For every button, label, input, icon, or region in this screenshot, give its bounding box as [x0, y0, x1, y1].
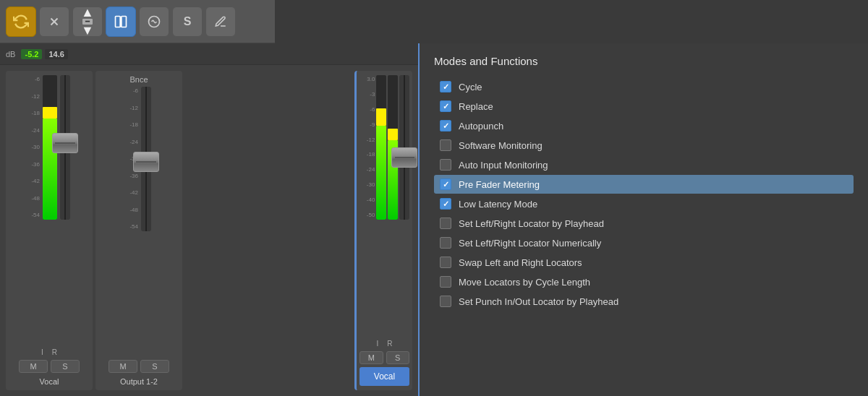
big-fader[interactable]: [399, 75, 409, 220]
solo-btn[interactable]: S: [172, 7, 203, 37]
vocal-m-btn[interactable]: M: [19, 360, 48, 373]
big-meter-left: [376, 75, 386, 220]
checkbox-software-monitoring[interactable]: [440, 139, 451, 151]
big-m-btn[interactable]: M: [359, 351, 383, 364]
cycle-btn[interactable]: [6, 7, 36, 37]
channel-vocal: -6 -12 -18 -24 -30 -36 -42 -48 -54: [6, 71, 93, 390]
output-s-btn[interactable]: S: [140, 360, 169, 373]
db-value-negative: -5.2: [21, 49, 42, 59]
big-meter-fader-area: 3.0 -3 -6 -9 -12 -18 -24 -30 -40 -50: [359, 75, 409, 333]
modes-list: CycleReplaceAutopunchSoftware Monitoring…: [434, 77, 854, 311]
output-fader-thumb[interactable]: [133, 152, 159, 172]
label-replace: Replace: [459, 101, 493, 112]
menu-item-swap-locators[interactable]: Swap Left and Right Locators: [434, 253, 854, 272]
menu-item-pre-fader-metering[interactable]: Pre Fader Metering: [434, 175, 854, 194]
checkbox-set-punch-playhead[interactable]: [440, 296, 451, 307]
checkbox-low-latency-mode[interactable]: [440, 198, 451, 210]
big-meter-scale: 3.0 -3 -6 -9 -12 -18 -24 -30 -40 -50: [359, 75, 375, 220]
checkbox-set-left-right-playhead[interactable]: [440, 218, 451, 229]
mixer-spacer: [185, 71, 352, 390]
db-header: dB -5.2 14.6: [0, 43, 418, 65]
big-s-btn[interactable]: S: [386, 351, 410, 364]
label-cycle: Cycle: [459, 82, 482, 92]
checkbox-move-locators-cycle[interactable]: [440, 276, 451, 288]
menu-item-set-punch-playhead[interactable]: Set Punch In/Out Locator by Playhead: [434, 292, 854, 311]
vocal-ir-row: I R: [9, 348, 90, 357]
label-autopunch: Autopunch: [459, 121, 503, 132]
checkbox-pre-fader-metering[interactable]: [440, 178, 451, 190]
label-move-locators-cycle: Move Locators by Cycle Length: [459, 277, 590, 288]
vocal-fader[interactable]: [60, 75, 70, 220]
checkbox-auto-input-monitoring[interactable]: [440, 159, 451, 171]
channels-container: -6 -12 -18 -24 -30 -36 -42 -48 -54: [0, 65, 418, 396]
output-channel-name: Output 1-2: [98, 376, 179, 386]
modes-panel: Modes and Functions CycleReplaceAutopunc…: [420, 43, 868, 396]
big-channel-controls: I R M S Vocal: [359, 339, 409, 386]
toolbar: ▲ ━ ▼ S: [0, 0, 275, 43]
db-value-positive: 14.6: [45, 49, 67, 59]
menu-item-auto-input-monitoring[interactable]: Auto Input Monitoring: [434, 155, 854, 174]
vocal-i-btn[interactable]: I: [38, 348, 46, 357]
output-fader[interactable]: [141, 87, 151, 231]
vocal-controls: I R M S Vocal: [9, 348, 90, 386]
big-meter-channel: 3.0 -3 -6 -9 -12 -18 -24 -30 -40 -50: [354, 71, 412, 390]
edit-btn[interactable]: [106, 7, 136, 37]
output-fader-area: -6 -12 -18 -24 -30 -36 -42 -48 -54: [98, 87, 179, 354]
output-m-btn[interactable]: M: [109, 360, 137, 373]
label-set-punch-playhead: Set Punch In/Out Locator by Playhead: [459, 296, 618, 307]
vocal-scale: -6 -12 -18 -24 -30 -36 -42 -48 -54: [28, 75, 40, 220]
close-btn[interactable]: [39, 7, 69, 37]
vocal-fader-area: -6 -12 -18 -24 -30 -36 -42 -48 -54: [9, 75, 90, 342]
checkbox-set-left-right-numerically[interactable]: [440, 237, 451, 249]
big-ms-row: M S: [359, 351, 409, 364]
move-btn[interactable]: ▲ ━ ▼: [72, 7, 103, 37]
menu-item-set-left-right-numerically[interactable]: Set Left/Right Locator Numerically: [434, 233, 854, 252]
checkbox-replace[interactable]: [440, 100, 451, 112]
output-ms-row: M S: [98, 360, 179, 373]
vocal-fader-thumb[interactable]: [52, 133, 78, 153]
big-ir-row: I R: [359, 339, 409, 348]
vocal-s-btn[interactable]: S: [51, 360, 80, 373]
big-r-btn[interactable]: R: [384, 339, 395, 348]
big-fader-thumb[interactable]: [391, 147, 417, 168]
pencil-btn[interactable]: [205, 7, 236, 37]
svg-rect-3: [122, 16, 127, 27]
big-channel-name: Vocal: [359, 367, 409, 386]
output-controls: M S Output 1-2: [98, 360, 179, 386]
mixer-panel: dB -5.2 14.6 -6 -12 -18 -24 -30 -36 -42: [0, 43, 420, 396]
output-top-label: Bnce: [129, 75, 148, 84]
menu-item-low-latency-mode[interactable]: Low Latency Mode: [434, 194, 854, 213]
label-swap-locators: Swap Left and Right Locators: [459, 257, 582, 268]
label-set-left-right-playhead: Set Left/Right Locator by Playhead: [459, 218, 604, 229]
label-set-left-right-numerically: Set Left/Right Locator Numerically: [459, 238, 601, 249]
menu-item-replace[interactable]: Replace: [434, 97, 854, 116]
menu-item-autopunch[interactable]: Autopunch: [434, 116, 854, 135]
label-software-monitoring: Software Monitoring: [459, 140, 542, 151]
vocal-ms-row: M S: [9, 360, 90, 373]
db-label: dB: [6, 50, 15, 59]
modes-panel-title: Modes and Functions: [434, 55, 854, 67]
vocal-channel-name: Vocal: [9, 376, 90, 386]
label-pre-fader-metering: Pre Fader Metering: [459, 179, 540, 190]
checkbox-autopunch[interactable]: [440, 120, 451, 132]
big-i-btn[interactable]: I: [373, 339, 381, 348]
menu-item-set-left-right-playhead[interactable]: Set Left/Right Locator by Playhead: [434, 214, 854, 233]
checkbox-swap-locators[interactable]: [440, 257, 451, 268]
label-auto-input-monitoring: Auto Input Monitoring: [459, 160, 548, 171]
label-low-latency-mode: Low Latency Mode: [459, 199, 537, 210]
menu-item-cycle[interactable]: Cycle: [434, 77, 854, 96]
channel-output: Bnce -6 -12 -18 -24 -30 -36 -42 -48 -54: [95, 71, 182, 390]
smart-btn[interactable]: [139, 7, 169, 37]
menu-item-move-locators-cycle[interactable]: Move Locators by Cycle Length: [434, 272, 854, 291]
checkbox-cycle[interactable]: [440, 81, 451, 92]
vocal-r-btn[interactable]: R: [49, 348, 60, 357]
menu-item-software-monitoring[interactable]: Software Monitoring: [434, 136, 854, 155]
svg-rect-2: [116, 16, 121, 27]
